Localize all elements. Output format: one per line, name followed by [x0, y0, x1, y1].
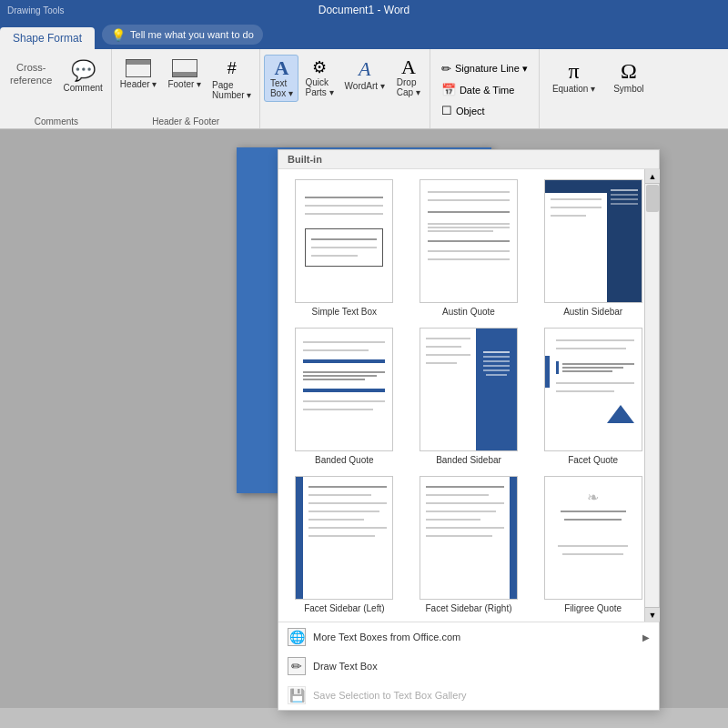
built-in-section-header: Built-in — [278, 150, 659, 169]
gallery-item-simple-text-box[interactable]: Simple Text Box — [282, 173, 407, 321]
gallery-item-facet-quote[interactable]: Facet Quote — [531, 321, 655, 470]
gallery-item-label: Austin Sidebar — [563, 307, 622, 317]
gallery-item-austin-quote[interactable]: Austin Quote — [407, 173, 531, 321]
save-selection-item: 💾 Save Selection to Text Box Gallery — [278, 681, 659, 710]
ribbon-group-comments: Cross-reference 💬 Comment Comments — [2, 49, 112, 128]
scrollbar-down-button[interactable]: ▼ — [645, 607, 660, 622]
arrow-icon: ▶ — [642, 632, 650, 642]
gallery-item-label: Facet Sidebar (Right) — [425, 603, 511, 613]
signature-line-button[interactable]: ✏ Signature Line ▾ — [438, 60, 531, 77]
ribbon-group-text: A TextBox ▾ ⚙ QuickParts ▾ A WordArt ▾ A… — [260, 49, 430, 128]
tell-me-bar: 💡 Tell me what you want to do — [102, 25, 263, 45]
word-art-button[interactable]: A WordArt ▾ — [340, 55, 389, 94]
quick-parts-button[interactable]: ⚙ QuickParts ▾ — [300, 55, 338, 100]
more-text-boxes-item[interactable]: 🌐 More Text Boxes from Office.com ▶ — [278, 622, 659, 652]
draw-text-box-icon: ✏ — [288, 657, 306, 675]
header-button[interactable]: Header ▾ — [116, 56, 162, 92]
header-footer-group-label: Header & Footer — [116, 115, 257, 126]
gallery-grid: Simple Text Box — [278, 169, 659, 622]
gallery-item-banded-quote[interactable]: Banded Quote — [282, 321, 407, 470]
gallery-item-label: Austin Quote — [442, 307, 495, 317]
text-box-dropdown: Built-in Si — [278, 149, 660, 711]
gallery-item-facet-sidebar-left[interactable]: Facet Sidebar (Left) — [282, 470, 407, 618]
ribbon-group-symbols: π Equation ▾ Ω Symbol — [540, 49, 657, 128]
gallery-item-facet-sidebar-right[interactable]: Facet Sidebar (Right) — [407, 470, 531, 618]
ribbon-group-insert: ✏ Signature Line ▾ 📅 Date & Time ☐ Objec… — [430, 49, 540, 128]
date-time-button[interactable]: 📅 Date & Time — [438, 81, 531, 98]
gallery-item-banded-sidebar[interactable]: Banded Sidebar — [407, 321, 531, 470]
gallery-item-label: Banded Quote — [315, 455, 374, 465]
gallery-item-filigree-quote[interactable]: ❧ Filigree Quote — [531, 470, 655, 618]
ribbon-group-header-footer: Header ▾ Footer ▾ # PageNumber ▾ Header … — [112, 49, 261, 128]
more-text-boxes-icon: 🌐 — [288, 628, 306, 646]
gallery-item-label: Simple Text Box — [312, 307, 378, 317]
draw-text-box-item[interactable]: ✏ Draw Text Box — [278, 652, 659, 681]
scrollbar-up-button[interactable]: ▲ — [645, 169, 660, 184]
tell-me-input[interactable]: Tell me what you want to do — [130, 29, 254, 40]
gallery-item-label: Facet Sidebar (Left) — [304, 603, 384, 613]
save-selection-icon: 💾 — [288, 686, 306, 704]
equation-button[interactable]: π Equation ▾ — [545, 56, 602, 96]
comments-group-label: Comments — [5, 115, 107, 126]
drop-cap-button[interactable]: A DropCap ▾ — [391, 55, 426, 100]
drawing-tools-label: Drawing Tools — [7, 5, 65, 15]
cross-reference-button[interactable]: Cross-reference — [5, 56, 56, 90]
gallery-item-label: Facet Quote — [568, 455, 618, 465]
object-button[interactable]: ☐ Object — [438, 102, 531, 119]
gallery-item-austin-sidebar[interactable]: Austin Sidebar — [531, 173, 655, 321]
symbol-button[interactable]: Ω Symbol — [606, 56, 651, 96]
page-number-button[interactable]: # PageNumber ▾ — [207, 56, 256, 103]
footer-button[interactable]: Footer ▾ — [163, 56, 206, 92]
gallery-item-label: Filigree Quote — [564, 603, 622, 613]
gallery-item-label: Banded Sidebar — [436, 455, 501, 465]
scrollbar-thumb[interactable] — [646, 185, 659, 212]
app-title: Document1 - Word — [318, 4, 410, 16]
comment-button[interactable]: 💬 Comment — [58, 56, 106, 96]
tab-shape-format[interactable]: Shape Format — [0, 27, 95, 49]
text-box-button[interactable]: A TextBox ▾ — [264, 55, 298, 102]
ribbon: Cross-reference 💬 Comment Comments Heade… — [0, 49, 728, 129]
